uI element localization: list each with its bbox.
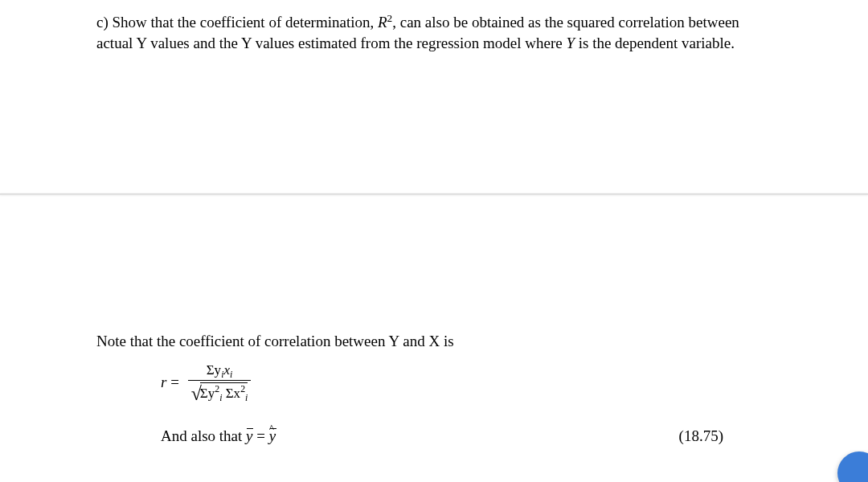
chat-icon bbox=[837, 451, 868, 482]
r-squared-symbol: R2 bbox=[378, 14, 392, 31]
q-line3c: is the dependent variable. bbox=[575, 35, 735, 51]
identity-row: And also that y = ^y (18.75) bbox=[96, 427, 772, 445]
denominator: √Σy2i Σx2i bbox=[188, 381, 252, 404]
equation-number: (18.75) bbox=[679, 427, 723, 445]
q-y-var: Y bbox=[566, 35, 575, 51]
note-text: Note that the coefficient of correlation… bbox=[96, 333, 772, 350]
numerator: Σyixi bbox=[188, 363, 252, 381]
solution-block: Note that the coefficient of correlation… bbox=[0, 333, 868, 445]
question-block: c) Show that the coefficient of determin… bbox=[0, 0, 868, 54]
q-line1a: Show that the coefficient of determinati… bbox=[113, 14, 378, 31]
correlation-formula: r = Σyixi √Σy2i Σx2i bbox=[96, 363, 772, 405]
y-hat-symbol: ^y bbox=[269, 427, 276, 445]
part-label: c) bbox=[96, 14, 108, 31]
y-bar-symbol: y bbox=[246, 427, 252, 445]
question-text: c) Show that the coefficient of determin… bbox=[96, 11, 772, 54]
section-divider bbox=[0, 194, 868, 195]
q-line3a: where bbox=[525, 35, 566, 51]
q-line1b: , can also be obtained as the squared bbox=[392, 14, 614, 31]
identity-text: And also that y = ^y bbox=[161, 427, 276, 445]
floating-action-button[interactable] bbox=[829, 450, 868, 482]
fraction: Σyixi √Σy2i Σx2i bbox=[188, 363, 252, 405]
